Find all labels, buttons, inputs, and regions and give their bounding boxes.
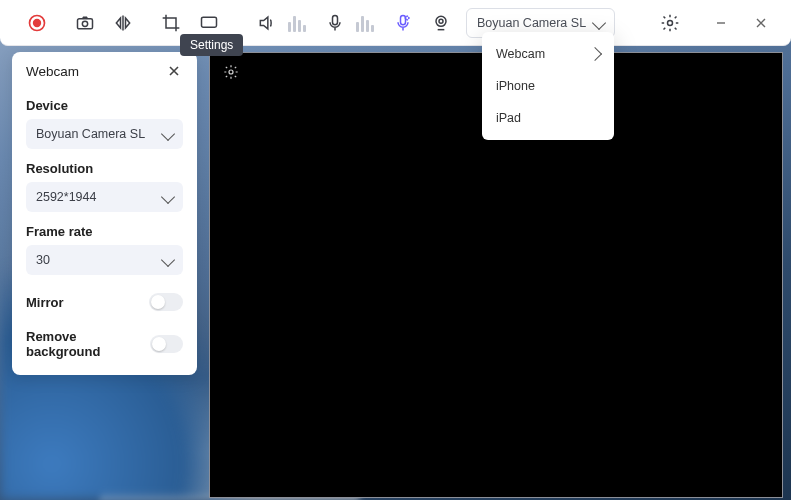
dropdown-item-label: iPad <box>496 111 521 125</box>
panel-close-button[interactable] <box>165 62 183 80</box>
dropdown-item-label: iPhone <box>496 79 535 93</box>
dropdown-item-webcam[interactable]: Webcam <box>482 38 614 70</box>
resolution-label: Resolution <box>26 161 183 176</box>
svg-rect-5 <box>333 15 338 24</box>
chevron-down-icon <box>592 15 606 29</box>
remove-bg-toggle[interactable] <box>150 335 183 353</box>
framerate-label: Frame rate <box>26 224 183 239</box>
minimize-button[interactable] <box>703 8 739 38</box>
mirror-label: Mirror <box>26 295 64 310</box>
dropdown-item-ipad[interactable]: iPad <box>482 102 614 134</box>
screenshot-button[interactable] <box>66 4 104 42</box>
framerate-select-value: 30 <box>36 253 50 267</box>
close-button[interactable] <box>743 8 779 38</box>
mic-button[interactable] <box>316 4 354 42</box>
chevron-down-icon <box>161 190 175 204</box>
speaker-button[interactable] <box>248 4 286 42</box>
record-button[interactable] <box>18 4 56 42</box>
device-select-value: Boyuan Camera SL <box>36 127 145 141</box>
crop-button[interactable] <box>152 4 190 42</box>
device-label: Device <box>26 98 183 113</box>
svg-point-7 <box>436 16 446 26</box>
resolution-select-value: 2592*1944 <box>36 190 96 204</box>
camera-dropdown: Webcam iPhone iPad <box>482 32 614 140</box>
settings-button[interactable] <box>651 4 689 42</box>
svg-point-3 <box>82 21 87 26</box>
panel-title: Webcam <box>26 64 79 79</box>
remove-bg-label: Remove background <box>26 329 150 359</box>
window-controls <box>703 8 779 38</box>
speaker-vu-meter <box>288 14 306 32</box>
mic-vu-meter <box>356 14 374 32</box>
resolution-select[interactable]: 2592*1944 <box>26 182 183 212</box>
camera-select-label: Boyuan Camera SL <box>477 16 586 30</box>
ai-voice-button[interactable] <box>384 4 422 42</box>
webcam-panel: Webcam Device Boyuan Camera SL Resolutio… <box>12 52 197 375</box>
mirror-toggle[interactable] <box>149 293 183 311</box>
svg-point-8 <box>439 19 443 23</box>
svg-point-1 <box>33 18 41 26</box>
top-toolbar: Settings Boyuan Camera SL <box>0 0 791 46</box>
device-select[interactable]: Boyuan Camera SL <box>26 119 183 149</box>
dropdown-item-iphone[interactable]: iPhone <box>482 70 614 102</box>
webcam-button[interactable] <box>422 4 460 42</box>
flip-button[interactable] <box>104 4 142 42</box>
svg-rect-2 <box>78 18 93 28</box>
preview-settings-button[interactable] <box>220 61 242 83</box>
svg-rect-6 <box>401 15 406 24</box>
chevron-down-icon <box>161 253 175 267</box>
svg-point-9 <box>668 20 673 25</box>
dropdown-item-label: Webcam <box>496 47 545 61</box>
annotation-button[interactable]: Settings <box>190 4 228 42</box>
framerate-select[interactable]: 30 <box>26 245 183 275</box>
chevron-down-icon <box>161 127 175 141</box>
chevron-right-icon <box>588 47 602 61</box>
svg-point-10 <box>229 70 233 74</box>
